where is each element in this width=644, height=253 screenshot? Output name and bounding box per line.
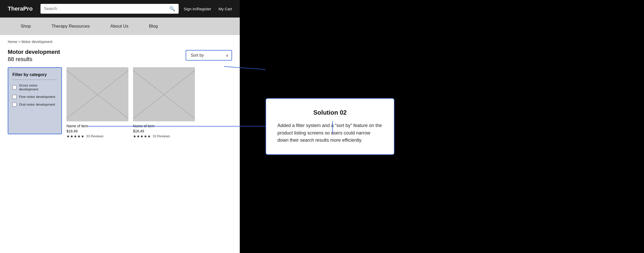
filter-label-oral[interactable]: Oral motor development — [19, 103, 55, 106]
product-name-1: Name of item — [67, 124, 128, 128]
product-grid: Filter by category Gross motor developme… — [8, 67, 232, 138]
product-card-2[interactable]: Name of item $18.49 ★★★★★ 33 Reviews — [133, 67, 195, 138]
filter-item-gross: Gross motor development — [12, 83, 57, 91]
logo[interactable]: TheraPro — [8, 5, 33, 12]
filter-checkbox-fine[interactable] — [12, 95, 16, 99]
solution-box: Solution 02 Added a filter system and a … — [266, 98, 394, 155]
product-price-2: $18.49 — [133, 129, 195, 133]
product-name-2: Name of item — [133, 124, 195, 128]
solution-description: Added a filter system and a “sort by” fe… — [277, 122, 383, 144]
filter-checkbox-oral[interactable] — [12, 103, 16, 107]
sort-by-wrap: Sort by Price: Low to High Price: High t… — [186, 50, 232, 61]
sort-by-select[interactable]: Sort by Price: Low to High Price: High t… — [186, 50, 232, 61]
product-reviews-2: ★★★★★ 33 Reviews — [133, 134, 195, 138]
product-image-2 — [133, 67, 195, 121]
nav-shop[interactable]: Shop — [21, 24, 31, 29]
filter-checkbox-gross[interactable] — [12, 85, 16, 89]
search-bar: 🔍 — [40, 4, 179, 14]
filter-title: Filter by category — [12, 72, 57, 80]
mockup-panel: TheraPro 🔍 Sign In/Register My Cart Shop… — [0, 0, 240, 253]
nav-bar: Shop Therapy Resources About Us Blog — [0, 18, 240, 35]
product-price-1: $18.49 — [67, 129, 128, 133]
header: TheraPro 🔍 Sign In/Register My Cart — [0, 0, 240, 18]
page-title-block: Motor development 88 results — [8, 48, 60, 63]
product-reviews-1: ★★★★★ 33 Reviews — [67, 134, 128, 138]
solution-title: Solution 02 — [277, 109, 383, 116]
page-title: Motor development — [8, 48, 60, 56]
filter-label-fine[interactable]: Fine motor development — [19, 95, 55, 99]
cart-link[interactable]: My Cart — [219, 7, 232, 11]
nav-blog[interactable]: Blog — [149, 24, 158, 29]
filter-sidebar: Filter by category Gross motor developme… — [8, 67, 62, 134]
filter-item-fine: Fine motor development — [12, 95, 57, 99]
product-review-count-2: 33 Reviews — [153, 134, 170, 138]
product-review-count-1: 33 Reviews — [86, 134, 103, 138]
product-image-1 — [67, 67, 128, 121]
page-title-row: Motor development 88 results Sort by Pri… — [8, 48, 232, 63]
search-input[interactable] — [44, 6, 167, 11]
product-stars-2: ★★★★★ — [133, 134, 151, 138]
product-cards: Name of item $18.49 ★★★★★ 33 Reviews Nam… — [67, 67, 195, 138]
nav-about-us[interactable]: About Us — [110, 24, 128, 29]
right-panel: Solution 02 Added a filter system and a … — [240, 0, 644, 253]
filter-label-gross[interactable]: Gross motor development — [19, 83, 57, 91]
search-icon: 🔍 — [169, 6, 175, 12]
product-stars-1: ★★★★★ — [67, 134, 85, 138]
header-right: Sign In/Register My Cart — [184, 7, 232, 11]
nav-therapy-resources[interactable]: Therapy Resources — [52, 24, 90, 29]
sort-by-container: Sort by Price: Low to High Price: High t… — [186, 50, 232, 61]
filter-item-oral: Oral motor development — [12, 103, 57, 107]
main-content: Motor development 88 results Sort by Pri… — [0, 46, 240, 141]
results-count: 88 results — [8, 56, 60, 63]
product-card-1[interactable]: Name of item $18.49 ★★★★★ 33 Reviews — [67, 67, 128, 138]
sign-in-link[interactable]: Sign In/Register — [184, 7, 211, 11]
breadcrumb: Home > Motor development — [0, 35, 240, 46]
